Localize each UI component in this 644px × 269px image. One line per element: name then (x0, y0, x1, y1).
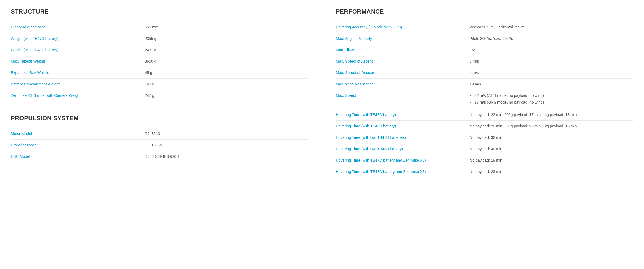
performance-section: PERFORMANCE Hovering Accuracy (P-Mode Wi… (336, 8, 633, 177)
propulsion-section: PROPULSION SYSTEM Motor Model DJI 3510 P… (11, 115, 308, 162)
spec-label: Hovering Time (with TB47D battery) (336, 109, 470, 121)
spec-value: No payload: 33 min (470, 132, 633, 143)
table-row: Hovering Time (with TB47D battery) No pa… (336, 109, 633, 121)
spec-value: 3600 g (145, 56, 308, 67)
table-row: Weight (with TB47D battery) 2355 g (11, 33, 308, 44)
spec-value: 35° (470, 44, 633, 56)
spec-label: Max. Speed (336, 90, 470, 109)
table-row: Max. Wind Resistance 10 m/s (336, 79, 633, 90)
spec-label: Max. Wind Resistance (336, 79, 470, 90)
spec-value: 650 mm (145, 22, 308, 33)
spec-value: 22 m/s (ATTI mode, no payload, no wind)1… (470, 90, 633, 109)
spec-value: No payload: 19 min (470, 155, 633, 166)
spec-label: Battery Compartment Weight (11, 79, 145, 90)
structure-title: STRUCTURE (11, 8, 308, 15)
table-row: Battery Compartment Weight 160 g (11, 79, 308, 90)
spec-value: No payload: 40 min (470, 143, 633, 155)
spec-value: 2355 g (145, 33, 308, 44)
table-row: Diagonal Wheelbase 650 mm (11, 22, 308, 33)
table-row: Propeller Model DJI 1345s (11, 140, 308, 151)
spec-label: ESC Model (11, 151, 145, 162)
spec-label: Motor Model (11, 128, 145, 140)
table-row: Expansion Bay Weight 45 g (11, 67, 308, 79)
propulsion-title: PROPULSION SYSTEM (11, 115, 308, 122)
table-row: Hovering Time (with two TB47D batteries)… (336, 132, 633, 143)
propulsion-table: Motor Model DJI 3510 Propeller Model DJI… (11, 128, 308, 162)
performance-table: Hovering Accuracy (P-Mode With GPS) Vert… (336, 22, 633, 177)
table-row: ESC Model DJI E SERIES 620D (11, 151, 308, 162)
spec-value: DJI 1345s (145, 140, 308, 151)
spec-value: 247 g (145, 90, 308, 101)
spec-label: Max. Tilt Angle (336, 44, 470, 56)
spec-value: 5 m/s (470, 56, 633, 67)
spec-value: DJI 3510 (145, 128, 308, 140)
spec-value: No payload: 22 min; 500g payload: 17 min… (470, 109, 633, 121)
spec-value: No payload: 28 min; 500g payload: 20 min… (470, 121, 633, 132)
table-row: Weight (with TB48D battery) 2431 g (11, 44, 308, 56)
spec-label: Max. Speed of Ascent (336, 56, 470, 67)
right-column: PERFORMANCE Hovering Accuracy (P-Mode Wi… (330, 8, 633, 177)
table-row: Hovering Time (with TB47D battery and Ze… (336, 155, 633, 166)
spec-label: Max. Takeoff Weight (11, 56, 145, 67)
spec-value: DJI E SERIES 620D (145, 151, 308, 162)
spec-value: 45 g (145, 67, 308, 79)
table-row: Max. Speed of Descent 4 m/s (336, 67, 633, 79)
spec-label: Hovering Time (with TB48D battery) (336, 121, 470, 132)
spec-label: Zenmuse X3 Gimbal with Camera Weight (11, 90, 145, 101)
spec-label: Hovering Accuracy (P-Mode With GPS) (336, 22, 470, 33)
spec-label: Hovering Time (with TB47D battery and Ze… (336, 155, 470, 166)
table-row: Zenmuse X3 Gimbal with Camera Weight 247… (11, 90, 308, 101)
spec-value: Vertical: 0.5 m, Horizontal: 2.5 m (470, 22, 633, 33)
table-row: Hovering Time (with TB48D battery and Ze… (336, 166, 633, 178)
spec-label: Max. Angular Velocity (336, 33, 470, 44)
spec-value: 4 m/s (470, 67, 633, 79)
spec-label: Expansion Bay Weight (11, 67, 145, 79)
table-row: Max. Tilt Angle 35° (336, 44, 633, 56)
table-row: Hovering Accuracy (P-Mode With GPS) Vert… (336, 22, 633, 33)
spec-label: Hovering Time (with two TB48D battery) (336, 143, 470, 155)
spec-label: Weight (with TB47D battery) (11, 33, 145, 44)
list-item: 17 m/s (GPS mode, no payload, no wind) (474, 100, 633, 105)
spec-label: Max. Speed of Descent (336, 67, 470, 79)
spec-label: Propeller Model (11, 140, 145, 151)
left-column: STRUCTURE Diagonal Wheelbase 650 mm Weig… (11, 8, 314, 177)
spec-value: Pitch: 300°/s, Yaw: 150°/s (470, 33, 633, 44)
spec-label: Weight (with TB48D battery) (11, 44, 145, 56)
structure-table: Diagonal Wheelbase 650 mm Weight (with T… (11, 22, 308, 101)
table-row: Hovering Time (with TB48D battery) No pa… (336, 121, 633, 132)
table-row: Motor Model DJI 3510 (11, 128, 308, 140)
table-row: Max. Speed 22 m/s (ATTI mode, no payload… (336, 90, 633, 109)
spec-value: 10 m/s (470, 79, 633, 90)
spec-value: No payload: 23 min (470, 166, 633, 178)
spec-value: 160 g (145, 79, 308, 90)
table-row: Max. Takeoff Weight 3600 g (11, 56, 308, 67)
structure-section: STRUCTURE Diagonal Wheelbase 650 mm Weig… (11, 8, 308, 101)
table-row: Hovering Time (with two TB48D battery) N… (336, 143, 633, 155)
spec-value: 2431 g (145, 44, 308, 56)
spec-label: Diagonal Wheelbase (11, 22, 145, 33)
spec-label: Hovering Time (with two TB47D batteries) (336, 132, 470, 143)
spec-label: Hovering Time (with TB48D battery and Ze… (336, 166, 470, 178)
list-item: 22 m/s (ATTI mode, no payload, no wind) (474, 93, 633, 98)
performance-title: PERFORMANCE (336, 8, 633, 15)
table-row: Max. Angular Velocity Pitch: 300°/s, Yaw… (336, 33, 633, 44)
table-row: Max. Speed of Ascent 5 m/s (336, 56, 633, 67)
page-layout: STRUCTURE Diagonal Wheelbase 650 mm Weig… (11, 8, 633, 177)
